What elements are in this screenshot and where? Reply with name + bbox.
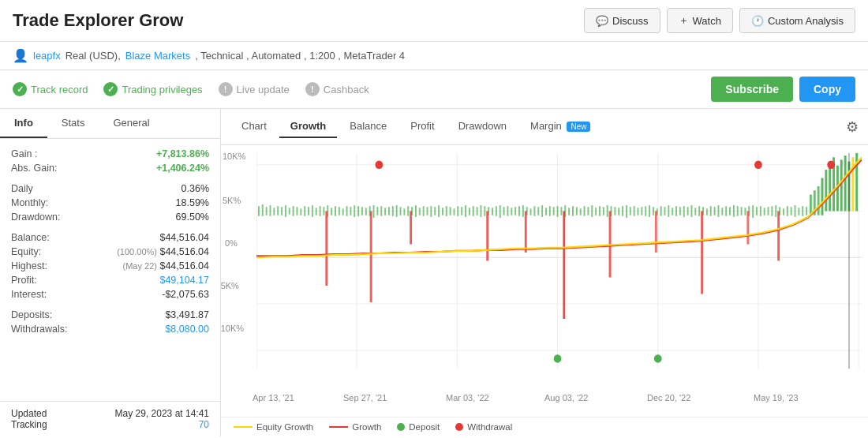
growth-chart (256, 153, 862, 385)
svg-rect-165 (844, 155, 847, 211)
y-label-0: 0% (225, 238, 238, 248)
svg-rect-62 (450, 207, 451, 215)
withdrawal-dot-2 (754, 160, 762, 169)
svg-rect-96 (580, 208, 582, 215)
svg-rect-113 (645, 206, 646, 216)
svg-rect-40 (365, 208, 367, 215)
svg-rect-172 (486, 212, 488, 261)
svg-rect-135 (729, 207, 731, 215)
y-label-10k: 10K% (223, 152, 245, 161)
svg-rect-56 (427, 207, 428, 215)
svg-rect-85 (537, 207, 539, 215)
svg-rect-46 (388, 207, 390, 215)
equity-row: Equity: (100.00%) $44,516.04 (11, 245, 209, 259)
svg-rect-110 (634, 206, 635, 216)
chart-legend: Equity Growth Growth Deposit Withdrawal (221, 417, 868, 436)
svg-rect-87 (545, 208, 547, 215)
chart-area: 10K% 5K% 0% -5K% -10K% Apr 13, '21 Sep 2… (221, 145, 868, 417)
header-buttons: 💬 Discuss ＋ Watch 🕐 Custom Analysis (584, 8, 855, 33)
svg-rect-132 (717, 205, 719, 217)
copy-button[interactable]: Copy (799, 77, 855, 102)
svg-rect-37 (354, 205, 355, 217)
svg-rect-48 (396, 205, 398, 217)
withdrawals-row: Withdrawals: $8,080.00 (11, 322, 209, 336)
profit-row: Profit: $49,104.17 (11, 273, 209, 287)
svg-rect-91 (560, 207, 562, 215)
svg-rect-141 (752, 205, 754, 218)
svg-rect-68 (473, 206, 474, 216)
svg-rect-33 (339, 207, 340, 215)
svg-rect-65 (461, 207, 462, 215)
svg-rect-35 (346, 206, 348, 216)
svg-rect-178 (746, 212, 749, 245)
svg-rect-103 (607, 205, 608, 217)
clock-icon: 🕐 (751, 15, 764, 27)
chart-settings-button[interactable]: ⚙ (846, 118, 859, 136)
legend-equity-growth: Equity Growth (234, 422, 313, 432)
svg-rect-100 (595, 208, 597, 215)
svg-rect-98 (587, 207, 589, 215)
watch-button[interactable]: ＋ Watch (667, 8, 733, 33)
equity-growth-line-icon (234, 426, 253, 428)
tab-general[interactable]: General (99, 109, 163, 138)
broker-link[interactable]: Blaze Markets (125, 50, 190, 62)
svg-rect-29 (323, 207, 324, 215)
svg-rect-59 (438, 205, 440, 217)
svg-rect-118 (664, 207, 666, 215)
chart-tab-profit[interactable]: Profit (399, 115, 445, 138)
interest-row: Interest: -$2,075.63 (11, 287, 209, 301)
svg-rect-32 (335, 206, 336, 216)
svg-rect-53 (415, 205, 417, 217)
tab-stats[interactable]: Stats (47, 109, 99, 138)
chart-tab-chart[interactable]: Chart (230, 115, 278, 138)
svg-rect-42 (373, 205, 375, 218)
tracking-row: Tracking 70 (11, 419, 209, 430)
svg-rect-130 (710, 206, 712, 216)
svg-rect-70 (480, 205, 481, 217)
legend-growth: Growth (329, 422, 381, 432)
x-label-may23: May 19, '23 (754, 393, 799, 402)
svg-rect-152 (795, 205, 796, 217)
svg-rect-18 (281, 207, 282, 215)
legend-deposit: Deposit (397, 422, 440, 432)
svg-rect-101 (599, 206, 600, 216)
withdrawal-dot-1 (375, 160, 383, 169)
svg-rect-160 (825, 170, 827, 212)
svg-rect-61 (446, 206, 447, 216)
svg-rect-39 (361, 207, 363, 215)
tab-info[interactable]: Info (0, 109, 47, 138)
svg-rect-99 (591, 205, 593, 217)
svg-rect-38 (357, 206, 359, 216)
monthly-row: Monthly: 18.59% (11, 196, 209, 210)
svg-rect-111 (638, 208, 639, 215)
svg-rect-173 (525, 212, 527, 253)
svg-rect-124 (687, 207, 689, 215)
svg-rect-155 (806, 207, 807, 215)
svg-rect-107 (622, 206, 623, 216)
svg-rect-136 (733, 205, 735, 217)
discuss-button[interactable]: 💬 Discuss (584, 8, 660, 33)
svg-rect-106 (618, 208, 619, 215)
chart-tab-growth[interactable]: Growth (279, 115, 338, 138)
chart-tab-balance[interactable]: Balance (339, 115, 398, 138)
y-label-5k: 5K% (223, 196, 241, 205)
user-link[interactable]: leapfx (33, 50, 61, 62)
svg-rect-131 (714, 207, 716, 215)
chart-tab-margin[interactable]: Margin New (519, 115, 601, 138)
svg-rect-154 (802, 206, 803, 216)
highest-row: Highest: (May 22) $44,516.04 (11, 259, 209, 273)
green-bars (258, 153, 858, 218)
custom-analysis-button[interactable]: 🕐 Custom Analysis (739, 8, 855, 33)
subscribe-button[interactable]: Subscribe (711, 77, 793, 102)
bottom-info: Updated May 29, 2023 at 14:41 Tracking 7… (0, 401, 220, 436)
svg-rect-119 (668, 205, 669, 217)
left-panel: Info Stats General Gain : +7,813.86% Abs… (0, 109, 221, 436)
deposit-dot-icon (397, 423, 405, 431)
svg-rect-127 (698, 206, 700, 216)
svg-rect-176 (655, 212, 657, 253)
chart-tab-drawdown[interactable]: Drawdown (447, 115, 518, 138)
svg-rect-57 (430, 206, 432, 217)
svg-rect-81 (522, 205, 524, 217)
svg-rect-88 (549, 206, 551, 216)
svg-rect-74 (496, 206, 497, 216)
